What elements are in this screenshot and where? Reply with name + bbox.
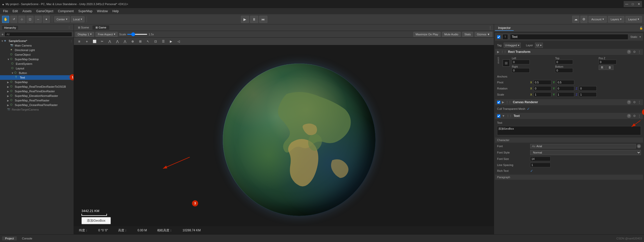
canvas-renderer-toggle[interactable] xyxy=(497,101,500,104)
blueprint-r-button[interactable]: R xyxy=(599,65,606,70)
canvas-renderer-fold-icon[interactable]: ▶ xyxy=(502,100,504,104)
pivot-x-input[interactable] xyxy=(533,80,551,85)
maximize-on-play-button[interactable]: Maximize On Play xyxy=(413,32,441,37)
cull-check-icon[interactable]: ✓ xyxy=(527,107,530,111)
tree-item-supermap[interactable]: ▶ ⬡ SuperMap xyxy=(0,80,74,84)
tree-item-dirlight[interactable]: ▶ ☀ Directional Light xyxy=(0,48,74,52)
scale-x-input[interactable] xyxy=(533,92,551,97)
aspect-dropdown[interactable]: Free Aspect ▾ xyxy=(95,32,118,37)
font-circle-button[interactable]: ⊙ xyxy=(637,144,641,148)
menu-file[interactable]: File xyxy=(1,9,10,13)
hierarchy-menu-button[interactable]: ⋮ xyxy=(67,26,72,29)
game-viewport[interactable]: 3442.21 KM 添加GeoBox 3 纬度： 0 °0 '0" xyxy=(74,45,494,234)
scale-tool-button[interactable]: ⊡ xyxy=(26,16,34,23)
layer-dropdown[interactable]: UI ▾ xyxy=(535,43,543,48)
tree-item-supermap-elev[interactable]: ▶ ⬡ SuperMap_RealTimeElevRaster xyxy=(0,89,74,94)
tree-item-supermap-ocean[interactable]: ▶ ⬡ SuperMap_OceanRealTimeRaster xyxy=(0,103,74,107)
menu-component[interactable]: Component xyxy=(56,9,76,13)
tag-dropdown[interactable]: Untagged ▾ xyxy=(504,43,521,48)
text-textarea[interactable]: 添加GeoBox xyxy=(497,126,641,135)
maximize-button[interactable]: □ xyxy=(630,1,636,7)
move-tool-button[interactable]: ↺ xyxy=(10,16,17,23)
tree-item-supermap-desktop[interactable]: ▼ ⬡ SuperMap Desktop xyxy=(0,57,74,62)
add-geobox-button[interactable]: 添加GeoBox xyxy=(81,217,111,224)
hierarchy-tab[interactable]: Hierarchy xyxy=(2,26,18,30)
scene-tool-cut[interactable]: ✂ xyxy=(99,38,105,44)
tree-item-rendertarget[interactable]: 📷 RenderTargetCamera xyxy=(0,107,74,112)
text-component-toggle[interactable] xyxy=(497,114,500,118)
cloud-icon[interactable]: ☁ xyxy=(572,16,579,23)
canvas-renderer-more-icon[interactable]: ⋮ xyxy=(638,100,641,104)
blueprint-b-button[interactable]: B xyxy=(606,65,613,70)
menu-supermap[interactable]: SuperMap xyxy=(76,9,94,13)
title-bar-controls[interactable]: — □ ✕ xyxy=(624,1,642,7)
text-component-fold-icon[interactable]: ▼ xyxy=(502,114,505,118)
tree-item-text[interactable]: T Text xyxy=(0,75,74,80)
hierarchy-search-input[interactable] xyxy=(5,32,72,37)
stats-button[interactable]: Stats xyxy=(462,32,473,37)
bottom-tab-console[interactable]: Console xyxy=(19,236,35,240)
rich-text-check-icon[interactable]: ✓ xyxy=(530,169,533,173)
scene-tool-mountain3[interactable]: ⋀ xyxy=(122,38,128,44)
scene-tool-back[interactable]: ◁ xyxy=(175,38,182,44)
menu-assets[interactable]: Assets xyxy=(20,9,34,13)
pivot-y-input[interactable] xyxy=(556,80,574,85)
tree-item-samplescene[interactable]: ▼ ◈ SampleScene* ⋮ xyxy=(0,39,74,43)
tree-item-supermap-realtime[interactable]: ▶ ⬡ SuperMap_RealTimeRaster xyxy=(0,98,74,103)
font-size-input[interactable] xyxy=(530,157,551,161)
gizmos-dropdown[interactable]: Gizmos ▼ xyxy=(475,32,492,37)
tree-item-eventsystem[interactable]: ⬡ EventSystem xyxy=(0,62,74,66)
hierarchy-add-button[interactable]: + xyxy=(2,32,4,36)
text-component-settings-icon[interactable]: ⚙ xyxy=(633,114,636,118)
scene-tool-cursor[interactable]: ↖ xyxy=(145,38,151,44)
tab-scene[interactable]: ⊞ Scene xyxy=(75,25,92,30)
posz-input[interactable] xyxy=(599,60,616,64)
pivot-mode-dropdown[interactable]: Center ▾ xyxy=(54,16,70,22)
rect-transform-settings-icon[interactable]: ⚙ xyxy=(633,50,636,54)
rotation-x-input[interactable] xyxy=(533,86,551,91)
anchor-icon-button[interactable]: ⊞ xyxy=(503,59,510,67)
scale-z-input[interactable] xyxy=(579,92,597,97)
minimize-button[interactable]: — xyxy=(624,1,630,7)
line-spacing-input[interactable] xyxy=(530,163,551,167)
gameobject-active-toggle[interactable] xyxy=(497,35,500,39)
tree-item-layout[interactable]: ⬡ Layout xyxy=(0,66,74,71)
tree-item-maincamera[interactable]: ▶ 📷 Main Camera xyxy=(0,43,74,48)
scene-tool-layers[interactable]: ≡ xyxy=(76,38,83,44)
scene-tool-add[interactable]: + xyxy=(84,38,90,44)
account-button[interactable]: Account ▾ xyxy=(588,16,607,23)
rotation-y-input[interactable] xyxy=(556,86,574,91)
close-button[interactable]: ✕ xyxy=(636,1,642,7)
rect-transform-fold-icon[interactable]: ▶ xyxy=(497,50,499,54)
mute-audio-button[interactable]: Mute Audio xyxy=(442,32,461,37)
tree-item-gameobject[interactable]: ▶ ⬡ GameObject xyxy=(0,52,74,57)
hand-tool-button[interactable]: ✋ xyxy=(2,16,9,23)
scene-tabs-menu-button[interactable]: ⋮ xyxy=(488,26,493,29)
bottom-input[interactable] xyxy=(555,68,573,73)
bottom-tab-project[interactable]: Project xyxy=(2,236,17,240)
inspector-tab[interactable]: Inspector xyxy=(495,26,514,31)
tree-item-supermap-raster[interactable]: ▶ ⬡ SuperMap_RealTimeElevRasterToOSGB xyxy=(0,84,74,89)
menu-gameobject[interactable]: GameObject xyxy=(34,9,55,13)
rect-tool-button[interactable]: ↔ xyxy=(35,16,42,23)
scene-tool-grid[interactable]: ⊞ xyxy=(137,38,144,44)
menu-help[interactable]: Help xyxy=(111,9,121,13)
scene-menu-icon[interactable]: ⋮ xyxy=(69,40,74,42)
left-input[interactable] xyxy=(512,60,530,64)
scene-tool-rect[interactable]: ⬜ xyxy=(91,38,98,44)
layout-button[interactable]: Layout ▾ xyxy=(625,16,642,23)
font-style-dropdown[interactable]: Normal xyxy=(530,150,641,155)
tree-item-button[interactable]: ▼ ⬡ Button xyxy=(0,71,74,75)
static-dropdown-icon[interactable]: ▾ xyxy=(639,35,641,39)
rotation-z-input[interactable] xyxy=(579,86,597,91)
text-component-more-icon[interactable]: ⋮ xyxy=(638,114,641,118)
scale-slider[interactable] xyxy=(127,34,147,35)
menu-window[interactable]: Window xyxy=(95,9,110,13)
right-input[interactable] xyxy=(512,68,530,73)
text-component-help-button[interactable]: ? xyxy=(627,114,631,118)
rotate-tool-button[interactable]: ⊹ xyxy=(18,16,25,23)
gameobject-name-input[interactable] xyxy=(510,34,628,40)
scene-tool-mountain1[interactable]: ⋀ xyxy=(106,38,113,44)
menu-edit[interactable]: Edit xyxy=(10,9,20,13)
canvas-renderer-help-button[interactable]: ? xyxy=(627,100,631,104)
